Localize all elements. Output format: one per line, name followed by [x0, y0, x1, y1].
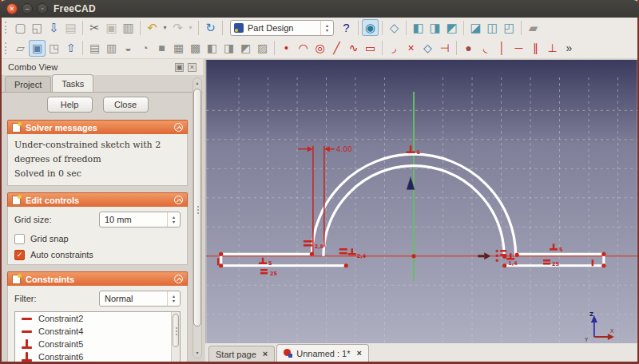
help-button[interactable]: Help — [47, 97, 93, 113]
multi-transform-icon[interactable]: ▨ — [254, 40, 271, 57]
undo-dropdown-icon[interactable]: ▾ — [161, 19, 169, 36]
copy-icon[interactable]: ▣ — [103, 19, 120, 36]
open-file-icon[interactable]: ◱ — [29, 19, 46, 36]
dock-float-icon[interactable]: ▣ — [175, 63, 184, 72]
spin-down-icon[interactable]: ▾ — [173, 299, 175, 303]
constraint-coincident-icon[interactable]: ● — [460, 40, 477, 57]
boolean-icon[interactable]: ▦ — [170, 40, 187, 57]
create-sketch-icon[interactable]: ▱ — [12, 40, 29, 57]
leave-sketch-icon[interactable]: ⇧ — [62, 40, 79, 57]
toolbar-grip[interactable] — [5, 42, 10, 54]
tab-close-icon[interactable]: × — [356, 349, 361, 358]
window-minimize-icon[interactable]: – — [22, 3, 33, 14]
fit-all-icon[interactable]: ◉ — [362, 19, 379, 36]
3d-viewport[interactable]: 4.00 6 2,8 2,4 5 25 1,4 — [205, 59, 637, 343]
spin-arrows[interactable]: ▴ ▾ — [167, 291, 180, 306]
constraint-horizontal-icon[interactable]: ─ — [510, 40, 527, 57]
sketch-line-icon[interactable]: ╱ — [328, 40, 345, 57]
tab-start-page[interactable]: Start page × — [208, 346, 275, 362]
sketch-point-icon[interactable]: • — [278, 40, 295, 57]
scroll-up-icon[interactable]: ▴ — [193, 80, 201, 86]
pocket-icon[interactable]: ▥ — [103, 40, 120, 57]
sketch-point[interactable] — [344, 263, 348, 267]
pad-icon[interactable]: ▤ — [86, 40, 103, 57]
scrollbar-thumb[interactable] — [173, 314, 179, 347]
close-button[interactable]: Close — [103, 97, 149, 113]
print-icon[interactable]: ▤ — [62, 19, 79, 36]
save-file-icon[interactable]: ⇩ — [46, 19, 62, 36]
revolution-icon[interactable]: ◒ — [120, 40, 137, 57]
window-maximize-icon[interactable]: ▫ — [37, 3, 48, 14]
sketch-point[interactable] — [601, 252, 605, 256]
sketch-polyline-icon[interactable]: ∿ — [345, 40, 362, 57]
map-sketch-icon[interactable]: ◳ — [46, 40, 62, 57]
toolbar-overflow-icon[interactable]: » — [561, 40, 577, 57]
sketch-rectangle-icon[interactable]: ▭ — [362, 40, 379, 57]
refresh-icon[interactable]: ↻ — [202, 19, 219, 36]
constraint-point-on-object-icon[interactable]: ◟ — [477, 40, 494, 57]
sketch-fillet-icon[interactable]: ◞ — [386, 40, 403, 57]
edit-controls-header[interactable]: Edit controls — [7, 192, 188, 207]
sketch-point[interactable] — [515, 253, 519, 257]
edit-sketch-icon[interactable]: ▣ — [29, 40, 46, 57]
collapse-icon[interactable] — [174, 196, 183, 204]
cut-icon[interactable]: ✂ — [86, 19, 103, 36]
axonometric-view-icon[interactable]: ◇ — [386, 19, 403, 36]
constraint-item[interactable]: Constraint2 — [15, 312, 180, 325]
tab-project[interactable]: Project — [5, 76, 51, 92]
sketch-point[interactable] — [219, 252, 223, 256]
carbon-copy-icon[interactable]: ⊣ — [436, 40, 453, 57]
spin-down-icon[interactable]: ▾ — [173, 220, 175, 224]
undo-icon[interactable]: ↶ — [144, 19, 161, 36]
front-view-icon[interactable]: ◧ — [410, 19, 427, 36]
bottom-view-icon[interactable]: ◫ — [484, 19, 501, 36]
dock-close-icon[interactable]: × — [188, 63, 196, 72]
workbench-selector[interactable]: Part Design▴▾ — [230, 20, 334, 36]
sketch-circle-icon[interactable]: ◎ — [312, 40, 328, 57]
thickness-icon[interactable]: ▩ — [187, 40, 204, 57]
auto-constraints-checkbox[interactable]: ✓ — [14, 250, 25, 260]
right-view-icon[interactable]: ◩ — [443, 19, 460, 36]
top-view-icon[interactable]: ◨ — [427, 19, 443, 36]
constraint-perpendicular-icon[interactable]: ⊥ — [544, 40, 561, 57]
constraint-item[interactable]: Constraint4 — [15, 325, 180, 338]
spin-arrows[interactable]: ▴ ▾ — [167, 212, 180, 227]
left-view-icon[interactable]: ◰ — [501, 19, 518, 36]
collapse-icon[interactable] — [174, 275, 183, 283]
sketch-point[interactable] — [502, 263, 506, 267]
constraint-item[interactable]: Constraint5 — [15, 338, 180, 350]
window-close-icon[interactable]: × — [6, 3, 18, 14]
paste-icon[interactable]: ▥ — [120, 19, 137, 36]
combo-arrows-icon[interactable]: ▴▾ — [320, 21, 333, 35]
linear-pattern-icon[interactable]: ◨ — [220, 40, 237, 57]
external-geometry-icon[interactable]: ◇ — [419, 40, 436, 57]
mirrored-icon[interactable]: ◧ — [204, 40, 220, 57]
grid-snap-checkbox[interactable] — [14, 234, 25, 244]
filter-combobox[interactable]: Normal ▴ ▾ — [99, 291, 181, 307]
scrollbar-thumb[interactable] — [193, 89, 201, 326]
grid-size-spinbox[interactable]: 10 mm ▴ ▾ — [99, 212, 181, 228]
constraint-item[interactable]: Constraint6 — [15, 350, 180, 362]
collapse-icon[interactable] — [174, 123, 183, 132]
constraint-list-scrollbar[interactable]: ▾ — [171, 312, 180, 362]
groove-icon[interactable]: ◔ — [137, 40, 153, 57]
constraint-vertical-icon[interactable]: │ — [494, 40, 510, 57]
scroll-down-icon[interactable]: ▾ — [193, 350, 201, 356]
measure-icon[interactable]: ▰ — [525, 19, 542, 36]
spin-down-icon[interactable]: ▾ — [326, 28, 328, 33]
whats-this-icon[interactable]: ? — [338, 19, 355, 36]
redo-icon[interactable]: ↷ — [169, 19, 186, 36]
sketch-arc-icon[interactable]: ◠ — [295, 40, 312, 57]
tab-close-icon[interactable]: × — [263, 350, 268, 358]
rear-view-icon[interactable]: ◪ — [467, 19, 484, 36]
solver-messages-header[interactable]: Solver messages — [7, 120, 188, 134]
sketch-point[interactable] — [411, 254, 415, 258]
constraint-parallel-icon[interactable]: ∥ — [527, 40, 544, 57]
panel-scrollbar[interactable]: ▴ ▾ — [192, 77, 202, 358]
sketch-point[interactable] — [219, 263, 223, 267]
toolbar-grip[interactable] — [5, 22, 10, 34]
tab-unnamed-document[interactable]: Unnamed : 1* × — [276, 344, 369, 362]
tab-tasks[interactable]: Tasks — [52, 74, 93, 92]
polar-pattern-icon[interactable]: ◩ — [237, 40, 254, 57]
sketch-point[interactable] — [601, 263, 605, 267]
